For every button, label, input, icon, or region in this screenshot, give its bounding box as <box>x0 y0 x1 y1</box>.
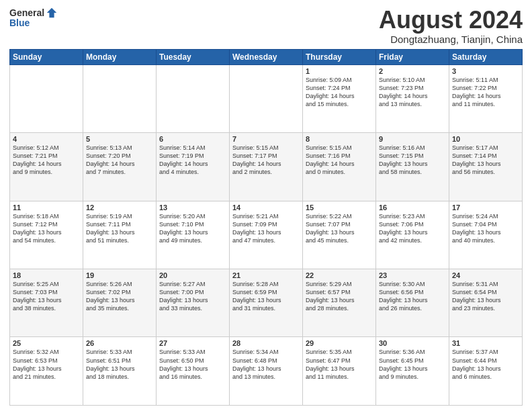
calendar-cell <box>83 64 157 132</box>
day-number: 27 <box>159 339 226 347</box>
calendar-cell: 7Sunrise: 5:15 AMSunset: 7:17 PMDaylight… <box>230 133 303 201</box>
calendar-table: SundayMondayTuesdayWednesdayThursdayFrid… <box>9 49 523 406</box>
cell-content: Sunrise: 5:30 AMSunset: 6:56 PMDaylight:… <box>379 280 446 313</box>
calendar-cell: 21Sunrise: 5:28 AMSunset: 6:59 PMDayligh… <box>230 269 303 337</box>
logo: General Blue <box>9 7 58 28</box>
day-number: 19 <box>86 271 153 279</box>
day-number: 24 <box>452 271 519 279</box>
day-number: 29 <box>306 339 373 347</box>
day-number: 13 <box>159 203 226 212</box>
day-number: 23 <box>379 271 446 279</box>
day-number: 14 <box>232 203 300 212</box>
day-number: 10 <box>452 135 519 143</box>
day-number: 1 <box>306 67 373 75</box>
cell-content: Sunrise: 5:14 AMSunset: 7:19 PMDaylight:… <box>159 144 226 177</box>
cell-content: Sunrise: 5:31 AMSunset: 6:54 PMDaylight:… <box>452 280 519 313</box>
calendar-cell: 29Sunrise: 5:35 AMSunset: 6:47 PMDayligh… <box>303 337 376 406</box>
day-header-wednesday: Wednesday <box>230 49 303 64</box>
calendar-cell: 25Sunrise: 5:32 AMSunset: 6:53 PMDayligh… <box>10 337 83 406</box>
calendar-header: SundayMondayTuesdayWednesdayThursdayFrid… <box>10 49 523 64</box>
day-number: 7 <box>232 135 300 143</box>
day-header-tuesday: Tuesday <box>157 49 230 64</box>
cell-content: Sunrise: 5:11 AMSunset: 7:22 PMDaylight:… <box>452 76 519 109</box>
day-number: 15 <box>306 203 373 212</box>
calendar-cell: 14Sunrise: 5:21 AMSunset: 7:09 PMDayligh… <box>230 201 303 269</box>
day-header-monday: Monday <box>83 49 157 64</box>
week-row-4: 18Sunrise: 5:25 AMSunset: 7:03 PMDayligh… <box>10 269 523 337</box>
cell-content: Sunrise: 5:37 AMSunset: 6:44 PMDaylight:… <box>452 348 519 381</box>
cell-content: Sunrise: 5:21 AMSunset: 7:09 PMDaylight:… <box>232 212 300 245</box>
cell-content: Sunrise: 5:24 AMSunset: 7:04 PMDaylight:… <box>452 212 519 245</box>
calendar-cell: 13Sunrise: 5:20 AMSunset: 7:10 PMDayligh… <box>157 201 230 269</box>
calendar-cell: 3Sunrise: 5:11 AMSunset: 7:22 PMDaylight… <box>449 64 523 132</box>
cell-content: Sunrise: 5:16 AMSunset: 7:15 PMDaylight:… <box>379 144 446 177</box>
cell-content: Sunrise: 5:26 AMSunset: 7:02 PMDaylight:… <box>86 280 153 313</box>
cell-content: Sunrise: 5:32 AMSunset: 6:53 PMDaylight:… <box>13 348 80 381</box>
cell-content: Sunrise: 5:25 AMSunset: 7:03 PMDaylight:… <box>13 280 80 313</box>
location: Dongtazhuang, Tianjin, China <box>379 34 523 45</box>
cell-content: Sunrise: 5:23 AMSunset: 7:06 PMDaylight:… <box>379 212 446 245</box>
day-number: 4 <box>13 135 80 143</box>
logo-blue-text: Blue <box>9 17 30 28</box>
calendar-cell: 9Sunrise: 5:16 AMSunset: 7:15 PMDaylight… <box>376 133 449 201</box>
calendar-cell: 31Sunrise: 5:37 AMSunset: 6:44 PMDayligh… <box>449 337 523 406</box>
cell-content: Sunrise: 5:10 AMSunset: 7:23 PMDaylight:… <box>379 76 446 109</box>
cell-content: Sunrise: 5:33 AMSunset: 6:51 PMDaylight:… <box>86 348 153 381</box>
day-header-friday: Friday <box>376 49 449 64</box>
calendar-cell: 30Sunrise: 5:36 AMSunset: 6:45 PMDayligh… <box>376 337 449 406</box>
calendar-cell: 10Sunrise: 5:17 AMSunset: 7:14 PMDayligh… <box>449 133 523 201</box>
calendar-cell: 20Sunrise: 5:27 AMSunset: 7:00 PMDayligh… <box>157 269 230 337</box>
calendar-cell: 11Sunrise: 5:18 AMSunset: 7:12 PMDayligh… <box>10 201 83 269</box>
day-number: 21 <box>232 271 300 279</box>
header-right: August 2024 Dongtazhuang, Tianjin, China <box>379 7 523 45</box>
calendar-cell: 19Sunrise: 5:26 AMSunset: 7:02 PMDayligh… <box>83 269 157 337</box>
cell-content: Sunrise: 5:20 AMSunset: 7:10 PMDaylight:… <box>159 212 226 245</box>
cell-content: Sunrise: 5:17 AMSunset: 7:14 PMDaylight:… <box>452 144 519 177</box>
calendar-cell: 2Sunrise: 5:10 AMSunset: 7:23 PMDaylight… <box>376 64 449 132</box>
cell-content: Sunrise: 5:15 AMSunset: 7:17 PMDaylight:… <box>232 144 300 177</box>
calendar-cell: 27Sunrise: 5:33 AMSunset: 6:50 PMDayligh… <box>157 337 230 406</box>
day-number: 5 <box>86 135 153 143</box>
day-number: 26 <box>86 339 153 347</box>
calendar-cell: 23Sunrise: 5:30 AMSunset: 6:56 PMDayligh… <box>376 269 449 337</box>
cell-content: Sunrise: 5:22 AMSunset: 7:07 PMDaylight:… <box>306 212 373 245</box>
cell-content: Sunrise: 5:36 AMSunset: 6:45 PMDaylight:… <box>379 348 446 381</box>
cell-content: Sunrise: 5:33 AMSunset: 6:50 PMDaylight:… <box>159 348 226 381</box>
calendar-cell: 16Sunrise: 5:23 AMSunset: 7:06 PMDayligh… <box>376 201 449 269</box>
day-number: 11 <box>13 203 80 212</box>
day-header-saturday: Saturday <box>449 49 523 64</box>
day-number: 20 <box>159 271 226 279</box>
calendar-cell <box>230 64 303 132</box>
cell-content: Sunrise: 5:13 AMSunset: 7:20 PMDaylight:… <box>86 144 153 177</box>
week-row-1: 1Sunrise: 5:09 AMSunset: 7:24 PMDaylight… <box>10 64 523 132</box>
calendar-cell: 6Sunrise: 5:14 AMSunset: 7:19 PMDaylight… <box>157 133 230 201</box>
calendar-cell: 18Sunrise: 5:25 AMSunset: 7:03 PMDayligh… <box>10 269 83 337</box>
header: General Blue August 2024 Dongtazhuang, T… <box>9 7 523 45</box>
calendar-body: 1Sunrise: 5:09 AMSunset: 7:24 PMDaylight… <box>10 64 523 405</box>
days-row: SundayMondayTuesdayWednesdayThursdayFrid… <box>10 49 523 64</box>
cell-content: Sunrise: 5:35 AMSunset: 6:47 PMDaylight:… <box>306 348 373 381</box>
cell-content: Sunrise: 5:29 AMSunset: 6:57 PMDaylight:… <box>306 280 373 313</box>
calendar-cell: 5Sunrise: 5:13 AMSunset: 7:20 PMDaylight… <box>83 133 157 201</box>
calendar-cell: 12Sunrise: 5:19 AMSunset: 7:11 PMDayligh… <box>83 201 157 269</box>
cell-content: Sunrise: 5:27 AMSunset: 7:00 PMDaylight:… <box>159 280 226 313</box>
day-header-thursday: Thursday <box>303 49 376 64</box>
week-row-5: 25Sunrise: 5:32 AMSunset: 6:53 PMDayligh… <box>10 337 523 406</box>
cell-content: Sunrise: 5:28 AMSunset: 6:59 PMDaylight:… <box>232 280 300 313</box>
calendar-cell: 4Sunrise: 5:12 AMSunset: 7:21 PMDaylight… <box>10 133 83 201</box>
calendar-cell: 26Sunrise: 5:33 AMSunset: 6:51 PMDayligh… <box>83 337 157 406</box>
day-number: 16 <box>379 203 446 212</box>
calendar-cell: 17Sunrise: 5:24 AMSunset: 7:04 PMDayligh… <box>449 201 523 269</box>
day-number: 22 <box>306 271 373 279</box>
calendar-cell: 22Sunrise: 5:29 AMSunset: 6:57 PMDayligh… <box>303 269 376 337</box>
day-number: 31 <box>452 339 519 347</box>
cell-content: Sunrise: 5:15 AMSunset: 7:16 PMDaylight:… <box>306 144 373 177</box>
svg-marker-0 <box>47 8 56 17</box>
calendar-cell: 15Sunrise: 5:22 AMSunset: 7:07 PMDayligh… <box>303 201 376 269</box>
day-number: 6 <box>159 135 226 143</box>
day-number: 18 <box>13 271 80 279</box>
month-title: August 2024 <box>379 7 523 34</box>
day-number: 25 <box>13 339 80 347</box>
day-header-sunday: Sunday <box>10 49 83 64</box>
cell-content: Sunrise: 5:34 AMSunset: 6:48 PMDaylight:… <box>232 348 300 381</box>
